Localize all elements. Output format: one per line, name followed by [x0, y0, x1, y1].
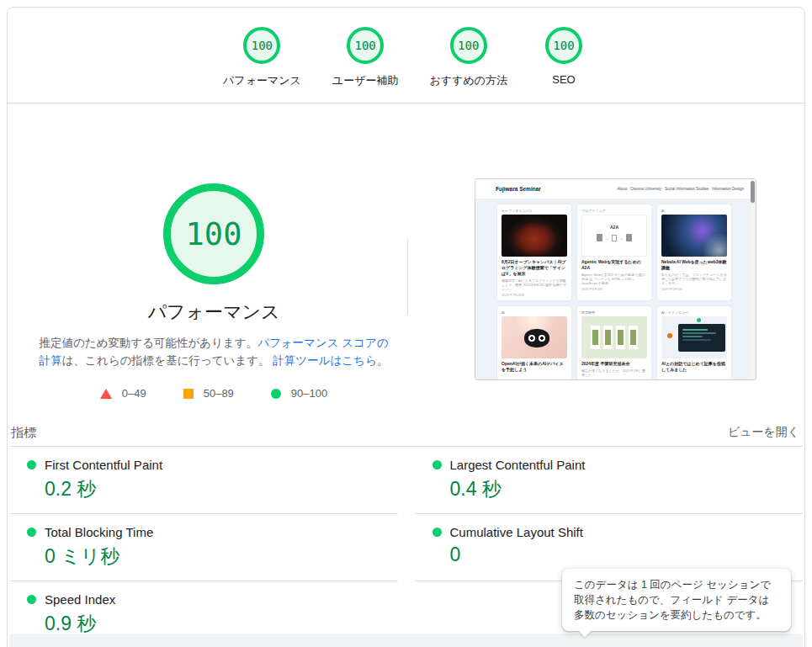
score-item-seo[interactable]: 100 SEO: [539, 27, 589, 86]
thumb-card-desc: 私たちのゼミでは、ブロックチェーンを活用した読書アプリの開発に取り組んでいます。…: [661, 273, 727, 285]
accessibility-score-value: 100: [354, 39, 375, 52]
pass-range-label: 90–100: [291, 387, 327, 400]
thumb-card-title: AIとの対話ではじめて記事を投稿してみました: [661, 361, 727, 373]
score-legend: 0–49 50–89 90–100: [100, 387, 327, 400]
thumb-card-desc: 報告が遅くなりましたが、2025年2月に開催した...: [581, 369, 647, 377]
expand-view-toggle[interactable]: ビューを開く: [728, 425, 799, 440]
legend-item-average: 50–89: [183, 387, 234, 400]
pass-circle-icon: [271, 389, 281, 399]
performance-score-circle: 100: [243, 27, 280, 64]
lab-data-tooltip-text: このデータは 1 回のページ セッションで取得されたもので、フィールド データは…: [574, 579, 771, 621]
pass-dot-icon: [433, 460, 442, 469]
thumb-site-brand: Fujiwara Seminar: [496, 186, 541, 192]
average-square-icon: [183, 389, 194, 399]
thumb-card-openai-device: AI OpenAIが描く未来のAIデバイスを予想しよう: [497, 306, 571, 380]
thumb-card-open-campus: オープンキャンパス 8月2日オープンキャンパス｜AIプログラミング体験授業で「サ…: [497, 204, 571, 300]
pass-dot-icon: [433, 528, 442, 537]
a2a-label: A2A: [582, 225, 646, 230]
thumb-card-image-code-editor: [661, 316, 727, 358]
best-practices-score-label: おすすめの方法: [429, 73, 507, 88]
score-item-best-practices[interactable]: 100 おすすめの方法: [429, 27, 507, 88]
robot-eye: [539, 335, 545, 342]
legend-item-pass: 90–100: [271, 387, 327, 400]
thumb-card-tag: プログラミング: [581, 209, 647, 213]
performance-gauge-title: パフォーマンス: [147, 300, 279, 325]
orange-dot-icon: [667, 333, 672, 338]
best-practices-score-circle: 100: [450, 27, 487, 64]
disclaimer-text-1: 推定値のため変動する可能性があります。: [39, 337, 257, 349]
pass-dot-icon: [27, 528, 36, 537]
metric-value: 0.4 秒: [450, 476, 804, 502]
thumb-card-tag: AI・テクノロジー: [661, 310, 727, 315]
metric-value: 0: [450, 544, 804, 566]
seo-score-label: SEO: [552, 73, 575, 86]
thumb-card-graduation: 卒業研究 2024年度 卒業研究発表会 報告が遅くなりましたが、2025年2月に…: [577, 306, 651, 380]
metric-tbt: Total Blocking Time 0 ミリ秒: [9, 514, 398, 581]
thumb-card-tag: AI: [502, 310, 567, 315]
accessibility-score-label: ユーザー補助: [332, 73, 399, 88]
performance-section: 100 パフォーマンス 推定値のため変動する可能性があります。パフォーマンス ス…: [8, 103, 804, 419]
agent-icon: [597, 234, 602, 241]
page-screenshot-thumbnail[interactable]: Fujiwara Seminar About · Otsuma Universi…: [475, 178, 756, 380]
thumb-card-image-silhouette: [502, 215, 567, 257]
score-summary-row: 100 パフォーマンス 100 ユーザー補助 100 おすすめの方法 100 S…: [8, 8, 804, 103]
calculator-link[interactable]: 計算ツールはこちら。: [273, 354, 388, 367]
poster-icon: [616, 326, 625, 349]
agent-icon: [626, 234, 632, 241]
next-section-header-strip[interactable]: [9, 634, 803, 647]
disclaimer-text-2: は、これらの指標を基に行っています。: [62, 354, 270, 367]
best-practices-score-value: 100: [458, 39, 479, 52]
green-dot-icon: [697, 318, 701, 322]
thumb-card-tag: 卒業研究: [581, 310, 647, 315]
metric-name: Cumulative Layout Shift: [450, 525, 583, 539]
thumb-card-desc: 模擬授業「AIによるプログラミングを体験しよう」開催 2025年8月2日 場所 …: [502, 278, 567, 291]
metric-value: 0 ミリ秒: [45, 544, 398, 570]
thumb-card-ai-article: AI・テクノロジー AIとの対話ではじめて記事を投稿してみました: [657, 306, 731, 380]
vertical-divider: [407, 239, 408, 314]
average-range-label: 50–89: [204, 387, 234, 400]
thumb-card-tag: オープンキャンパス: [502, 209, 567, 213]
metrics-title: 指標: [11, 425, 36, 441]
poster-icon: [603, 326, 613, 349]
legend-item-fail: 0–49: [100, 387, 146, 400]
metrics-header: 指標 ビューを開く: [9, 419, 803, 447]
metric-fcp: First Contentful Paint 0.2 秒: [9, 447, 398, 514]
thumb-card-title: Nebula AI Webを使ったweb3体験講義: [661, 259, 727, 271]
metric-name: Largest Contentful Paint: [450, 458, 586, 472]
document-icon: [612, 235, 617, 241]
thumb-site-nav: About · Otsuma University · Social Infor…: [617, 187, 744, 191]
metric-name: Speed Index: [45, 592, 115, 607]
code-editor-window: [678, 324, 725, 352]
arrow-left-icon: ←: [605, 236, 609, 241]
thumb-card-image-posters: [581, 316, 647, 358]
robot-face: [524, 329, 549, 347]
thumb-scrollbar[interactable]: [751, 180, 755, 379]
seo-score-circle: 100: [545, 27, 582, 64]
accessibility-score-circle: 100: [347, 27, 384, 64]
thumb-card-image-tablet: [661, 215, 727, 257]
thumb-site-header: Fujiwara Seminar About · Otsuma Universi…: [475, 179, 756, 199]
thumb-card-title: OpenAIが描く未来のAIデバイスを予想しよう: [502, 361, 567, 373]
performance-gauge-value: 100: [186, 216, 242, 252]
thumb-card-title: 8月2日オープンキャンパス｜AIプログラミング体験授業で「サインはV」を展示: [502, 259, 567, 277]
score-item-performance[interactable]: 100 パフォーマンス: [223, 27, 301, 88]
robot-eye: [528, 335, 535, 342]
pass-dot-icon: [27, 595, 36, 604]
a2a-agents-diagram: ← →: [582, 234, 646, 241]
score-item-accessibility[interactable]: 100 ユーザー補助: [332, 27, 399, 88]
thumb-card-image-a2a-diagram: A2A ← →: [581, 215, 647, 257]
thumb-card-title: 2024年度 卒業研究発表会: [581, 361, 647, 367]
thumb-card-a2a: プログラミング A2A ← → Agentic Webを実現するためのA2A A…: [577, 204, 651, 300]
metric-value: 0.2 秒: [45, 476, 398, 502]
fail-range-label: 0–49: [122, 387, 146, 400]
poster-icon: [591, 326, 600, 349]
poster-icon: [629, 326, 638, 349]
thumb-card-title: Agentic Webを実現するためのA2A: [581, 259, 647, 271]
arrow-right-icon: →: [619, 236, 624, 241]
thumb-card-date: 2025年1月5日: [661, 287, 727, 291]
fail-triangle-icon: [100, 389, 112, 399]
thumb-scrollbar-thumb[interactable]: [751, 181, 755, 203]
performance-score-label: パフォーマンス: [223, 73, 301, 88]
seo-score-value: 100: [553, 39, 574, 52]
performance-gauge-column: 100 パフォーマンス 推定値のため変動する可能性があります。パフォーマンス ス…: [8, 103, 420, 400]
